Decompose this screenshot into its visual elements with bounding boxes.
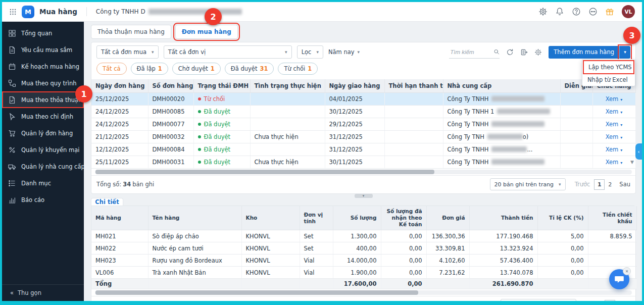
help-icon[interactable]	[572, 7, 581, 16]
scrollbar-thumb[interactable]	[95, 170, 434, 174]
search-icon[interactable]	[493, 48, 500, 56]
view-action-link[interactable]: Xem	[606, 108, 619, 115]
chat-button[interactable]: ✕	[609, 269, 629, 289]
detail-cell: 14.000,00	[333, 255, 381, 267]
status-chip-3[interactable]: Chờ duyệt1	[172, 63, 221, 75]
table-row[interactable]: 25/11/2025DMH00031Đã duyệtChưa thực hiện…	[91, 156, 635, 169]
sidebar-item-6[interactable]: Mua theo chỉ định	[2, 108, 84, 125]
table-settings-gear-icon[interactable]	[534, 48, 542, 56]
view-tab-1[interactable]: Thỏa thuận mua hàng	[91, 25, 171, 39]
column-header[interactable]: Tình trạng thực hiện	[250, 79, 325, 93]
sidebar-item-label: Quản lý khuyến mại	[21, 146, 80, 154]
page-size-select[interactable]: 20 bản ghi trên trang ▾	[490, 178, 566, 190]
filter-button[interactable]: Lọc ▾	[297, 45, 323, 59]
view-action-link[interactable]: Xem	[606, 121, 619, 128]
app-logo[interactable]: M	[22, 6, 34, 18]
column-header[interactable]: Thành tiền	[469, 206, 537, 230]
column-header[interactable]: Thời hạn thanh toán	[384, 79, 443, 93]
topbar-icons: VL	[538, 5, 635, 18]
status-chip-1[interactable]: Tất cả	[96, 63, 127, 75]
column-header[interactable]: Trạng thái ĐMH	[193, 79, 250, 93]
column-header[interactable]: Tiền chiết khấu	[588, 206, 636, 230]
prev-page-button[interactable]: Trước	[575, 181, 590, 188]
table-row[interactable]: 24/12/2025DMH00077Đã duyệt29/12/2025Công…	[91, 118, 635, 131]
settings-gear-icon[interactable]	[538, 7, 548, 16]
table-row[interactable]: VL006Trà xanh Nhật BảnKHONVLVial1.900,00…	[91, 267, 636, 279]
status-text: Đã duyệt	[204, 108, 231, 115]
side-panel-expander[interactable]: ‹	[635, 143, 642, 160]
sidebar-item-8[interactable]: Quản lý khuyến mại	[2, 141, 84, 158]
sidebar-item-2[interactable]: Yêu cầu mua sắm	[2, 41, 84, 58]
detail-cell: 136.300,36	[426, 230, 469, 242]
menu-item-1[interactable]: Lập theo YCMS	[583, 60, 634, 74]
view-action-link[interactable]: Xem	[606, 95, 619, 103]
column-header[interactable]: Mã hàng	[91, 206, 148, 230]
view-action-link[interactable]: Xem	[606, 133, 619, 140]
order-type-filter[interactable]: Tất cả đơn mua ▾	[96, 45, 159, 59]
promotion-gift-icon[interactable]	[605, 7, 614, 16]
sidebar-item-7[interactable]: Quản lý đơn hàng	[2, 125, 84, 141]
column-header[interactable]: Kho	[241, 206, 300, 230]
table-row[interactable]: MH021Sò điệp áp chảoKHONVLSet1.300,000,0…	[91, 230, 636, 242]
table-row[interactable]: 24/12/2025DMH00085Đã duyệt30/12/2025Công…	[91, 106, 635, 118]
sidebar-item-11[interactable]: Báo cáo	[2, 191, 84, 208]
view-tab-2[interactable]: Đơn mua hàng	[175, 25, 238, 39]
sidebar-item-4[interactable]: Mua theo quy trình	[2, 75, 84, 91]
table-row[interactable]: 21/12/2025DMH00032Đã duyệtChưa thực hiện…	[91, 131, 635, 143]
column-header[interactable]: Ngày đơn hàng	[91, 79, 148, 93]
table-row[interactable]: MH022Nước ép cam tươiKHONVLSet400,000,00…	[91, 242, 636, 255]
detail-cell: 0,00	[537, 242, 588, 255]
records-total-label: Tổng số:	[96, 181, 121, 188]
view-action-link[interactable]: Xem	[606, 146, 619, 153]
sidebar-item-5[interactable]: Mua theo thỏa thuận	[2, 91, 84, 108]
export-excel-icon[interactable]	[520, 48, 528, 56]
column-header[interactable]: Nhà cung cấp	[443, 79, 560, 93]
chat-icon	[614, 274, 625, 285]
add-order-dropdown-toggle[interactable]: ▾	[619, 46, 630, 59]
unit-filter[interactable]: Tất cả đơn vị ▾	[164, 45, 292, 59]
period-filter[interactable]: Năm nay ▾	[328, 48, 360, 56]
splitter-handle[interactable]: ▾	[355, 194, 373, 198]
sidebar-item-3[interactable]: Kế hoạch mua hàng	[2, 58, 84, 75]
column-header[interactable]: Số lượng	[333, 206, 381, 230]
sidebar-item-1[interactable]: Tổng quan	[2, 25, 84, 41]
status-chip-4[interactable]: Đã duyệt31	[225, 63, 274, 75]
page-button-2[interactable]: 2	[605, 179, 615, 190]
scrollbar-thumb[interactable]	[95, 290, 418, 295]
view-action-link[interactable]: Xem	[606, 159, 619, 166]
add-order-button[interactable]: Thêm đơn mua hàng	[549, 48, 619, 56]
next-page-button[interactable]: Sau	[619, 181, 630, 188]
page-button-1[interactable]: 1	[594, 179, 605, 190]
column-header[interactable]: Số đơn hàng	[148, 79, 193, 93]
sidebar-item-label: Quản lý đơn hàng	[21, 130, 73, 137]
user-avatar[interactable]: VL	[622, 5, 635, 18]
chat-close-icon[interactable]: ✕	[623, 267, 631, 275]
notifications-bell-icon[interactable]	[555, 7, 564, 16]
search-input[interactable]	[449, 48, 490, 56]
column-header[interactable]: Tỉ lệ CK (%)	[537, 206, 588, 230]
sidebar-item-10[interactable]: Danh mục	[2, 175, 84, 191]
sidebar-item-9[interactable]: Quản lý nhà cung cấp	[2, 158, 84, 175]
column-header[interactable]: Đơn vị tính	[300, 206, 333, 230]
table-row[interactable]: 12/12/2025DMH00084Đã duyệt31/12/2025Công…	[91, 143, 635, 156]
refresh-icon[interactable]	[506, 48, 514, 56]
column-header[interactable]: Số lượng đã nhận theo Kế toán	[381, 206, 426, 230]
status-chip-5[interactable]: Từ chối1	[278, 63, 318, 75]
scroll-down-caret-icon[interactable]: ▼	[630, 160, 634, 165]
page-size-select[interactable]: 20 bản ghi trên trang ▾	[501, 299, 576, 301]
app-launcher-icon[interactable]	[9, 8, 17, 16]
tab-detail[interactable]: Chi tiết	[91, 198, 123, 206]
divider	[86, 7, 87, 16]
more-options-icon[interactable]	[588, 7, 598, 16]
page-button-1[interactable]: 1	[605, 300, 615, 301]
menu-item-2[interactable]: Nhập từ Excel	[583, 74, 634, 85]
detail-cell: KHONVL	[241, 230, 300, 242]
action-cell: Xem▾	[592, 118, 635, 131]
column-header[interactable]: Ngày giao hàng	[325, 79, 384, 93]
table-row[interactable]: MH023Rượu vang đỏ BordeauxKHONVLVial14.0…	[91, 255, 636, 267]
status-chip-2[interactable]: Đã lập1	[131, 63, 168, 75]
sidebar-collapse-button[interactable]: « Thu gọn	[2, 284, 84, 301]
table-row[interactable]: 25/12/2025DMH00020Từ chối04/01/2025Công …	[91, 93, 635, 106]
column-header[interactable]: Tên hàng	[148, 206, 241, 230]
column-header[interactable]: Đơn giá	[426, 206, 469, 230]
